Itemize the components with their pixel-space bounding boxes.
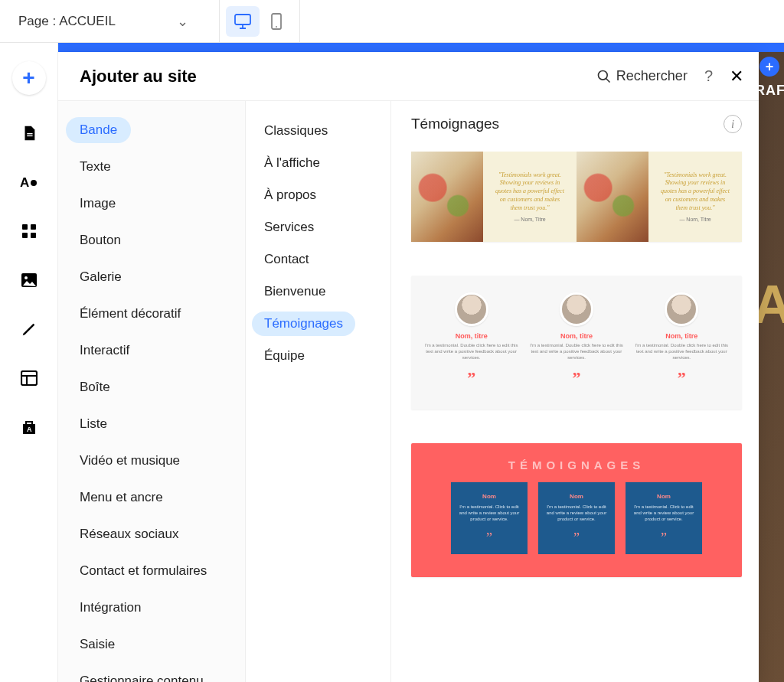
store-icon[interactable]: A: [18, 416, 40, 438]
search-label: Rechercher: [616, 68, 688, 84]
quote-signature: — Nom, Titre: [679, 217, 710, 222]
canvas-text: RAF: [755, 83, 784, 99]
card-text: I'm a testimonial. Click to edit and wri…: [457, 504, 521, 522]
category-item[interactable]: Liste: [66, 411, 121, 437]
panel-body: BandeTexteImageBoutonGalerieÉlément déco…: [58, 101, 759, 682]
svg-point-2: [276, 26, 277, 28]
panel-header: Ajouter au site Rechercher ? ✕: [58, 52, 759, 101]
template-red-cards[interactable]: TÉMOIGNAGES Nom I'm a testimonial. Click…: [411, 443, 742, 576]
person-name: Nom, titre: [422, 332, 521, 340]
add-button[interactable]: +: [12, 61, 46, 95]
canvas-add-button[interactable]: +: [760, 57, 779, 77]
subcategory-item[interactable]: À l'affiche: [252, 151, 332, 175]
subcategory-list: ClassiquesÀ l'afficheÀ proposServicesCon…: [246, 101, 391, 682]
template-image-cell: [411, 152, 483, 242]
template-avatars[interactable]: Nom, titre I'm a testimonial. Double cli…: [411, 276, 742, 410]
left-rail: + A A: [0, 43, 58, 682]
svg-text:A: A: [20, 175, 29, 190]
category-item[interactable]: Galerie: [66, 264, 136, 290]
category-item[interactable]: Bande: [66, 117, 131, 143]
panel-actions: Rechercher ? ✕: [596, 67, 743, 86]
mobile-view-button[interactable]: [260, 6, 293, 37]
search-icon: [596, 69, 612, 84]
avatar-icon: [665, 292, 698, 326]
category-item[interactable]: Intégration: [66, 595, 155, 621]
svg-point-6: [31, 180, 37, 186]
theme-icon[interactable]: A: [18, 171, 40, 193]
card-row: Nom I'm a testimonial. Click to edit and…: [425, 482, 728, 553]
apps-icon[interactable]: [18, 220, 40, 242]
subcategory-item[interactable]: Témoignages: [252, 312, 355, 336]
category-item[interactable]: Menu et ancre: [66, 485, 177, 511]
card-name: Nom: [457, 493, 521, 500]
category-item[interactable]: Réseaux sociaux: [66, 521, 192, 547]
category-item[interactable]: Interactif: [66, 338, 143, 364]
svg-rect-13: [21, 371, 37, 385]
subcategory-item[interactable]: Services: [252, 215, 326, 240]
category-item[interactable]: Boîte: [66, 374, 124, 400]
subcategory-item[interactable]: À propos: [252, 183, 328, 207]
template-quote-cell: "Testimonials work great. Showing your r…: [648, 152, 742, 242]
testimonial-card: Nom I'm a testimonial. Click to edit and…: [451, 482, 528, 553]
desktop-view-button[interactable]: [226, 6, 260, 37]
quote-mark-icon: ”: [527, 368, 626, 388]
svg-point-12: [24, 276, 28, 279]
svg-rect-3: [27, 133, 32, 134]
layout-icon[interactable]: [18, 367, 40, 389]
card-name: Nom: [632, 493, 696, 500]
person-text: I'm a testimonial. Double click here to …: [527, 343, 626, 361]
subcategory-item[interactable]: Classiques: [252, 119, 340, 143]
category-item[interactable]: Gestionnaire contenu: [66, 668, 217, 682]
svg-rect-7: [22, 224, 28, 230]
testimonial-card: Nom I'm a testimonial. Click to edit and…: [538, 482, 615, 553]
category-list: BandeTexteImageBoutonGalerieÉlément déco…: [58, 101, 246, 682]
category-item[interactable]: Texte: [66, 154, 125, 180]
page-name[interactable]: ACCUEIL: [59, 14, 116, 29]
preview-pane: Témoignages i "Testimonials work great. …: [391, 101, 759, 682]
subcategory-item[interactable]: Contact: [252, 247, 322, 272]
testimonial-card: Nom I'm a testimonial. Click to edit and…: [626, 482, 702, 553]
svg-rect-8: [31, 224, 36, 230]
person-card: Nom, titre I'm a testimonial. Double cli…: [422, 292, 521, 388]
category-item[interactable]: Contact et formulaires: [66, 558, 220, 584]
person-card: Nom, titre I'm a testimonial. Double cli…: [527, 292, 626, 388]
preview-title: Témoignages: [411, 116, 499, 132]
svg-rect-4: [27, 135, 32, 136]
person-card: Nom, titre I'm a testimonial. Double cli…: [632, 292, 731, 388]
subcategory-item[interactable]: Bienvenue: [252, 279, 338, 304]
help-icon[interactable]: ?: [704, 67, 713, 85]
add-panel: Ajouter au site Rechercher ? ✕ BandeText…: [58, 52, 759, 682]
pages-icon[interactable]: [18, 122, 40, 144]
template-food-strip[interactable]: "Testimonials work great. Showing your r…: [411, 152, 742, 242]
person-text: I'm a testimonial. Double click here to …: [632, 343, 731, 361]
category-item[interactable]: Vidéo et musique: [66, 448, 194, 474]
card-text: I'm a testimonial. Click to edit and wri…: [632, 504, 696, 522]
subcategory-item[interactable]: Équipe: [252, 344, 317, 368]
info-icon[interactable]: i: [724, 115, 742, 133]
page-label: Page :: [18, 14, 56, 29]
avatar-icon: [560, 292, 593, 326]
category-item[interactable]: Saisie: [66, 631, 129, 658]
category-item[interactable]: Élément décoratif: [66, 301, 194, 327]
quote-text: "Testimonials work great. Showing your r…: [494, 171, 566, 213]
card-name: Nom: [544, 493, 609, 500]
device-switcher: [219, 0, 300, 43]
chevron-down-icon[interactable]: ⌄: [177, 13, 188, 30]
search-button[interactable]: Rechercher: [596, 68, 688, 84]
media-icon[interactable]: [18, 269, 40, 291]
quote-mark-icon: ”: [632, 368, 731, 388]
blog-icon[interactable]: [18, 318, 40, 340]
person-name: Nom, titre: [632, 332, 731, 340]
category-item[interactable]: Bouton: [66, 227, 135, 253]
template-image-cell: [577, 152, 648, 242]
close-icon[interactable]: ✕: [730, 67, 743, 86]
category-item[interactable]: Image: [66, 191, 129, 217]
svg-rect-9: [22, 233, 28, 238]
top-bar: Page : ACCUEIL ⌄: [0, 0, 784, 43]
person-text: I'm a testimonial. Double click here to …: [422, 343, 521, 361]
svg-point-15: [598, 70, 607, 80]
template-heading: TÉMOIGNAGES: [425, 458, 728, 472]
panel-title: Ajouter au site: [80, 67, 197, 86]
quote-text: "Testimonials work great. Showing your r…: [659, 171, 731, 213]
quote-mark-icon: ”: [632, 530, 696, 547]
